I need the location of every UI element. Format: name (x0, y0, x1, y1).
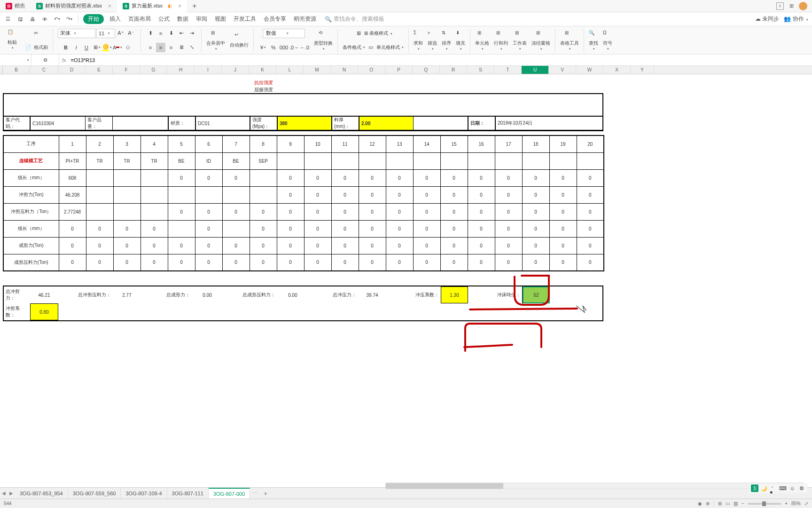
reader-view-icon[interactable]: ▥ (734, 501, 738, 506)
data-cell[interactable] (277, 152, 304, 169)
data-cell[interactable]: 0 (549, 169, 577, 186)
data-cell[interactable]: 0 (250, 254, 277, 271)
fill-color-button[interactable]: 🟡▾ (102, 43, 112, 52)
data-cell[interactable]: 0 (277, 169, 304, 186)
data-cell[interactable]: 0 (386, 237, 413, 254)
data-cell[interactable]: 2.77248 (59, 203, 86, 220)
align-bottom-icon[interactable]: ⬇ (166, 29, 176, 38)
fill-button[interactable]: ⬇填充▾ (454, 29, 467, 52)
data-cell[interactable] (331, 152, 359, 169)
data-cell[interactable]: ID (195, 152, 222, 169)
data-cell[interactable]: 0 (440, 237, 468, 254)
italic-button[interactable]: I (71, 43, 81, 52)
data-cell[interactable]: 0 (304, 220, 331, 237)
find-button[interactable]: 🔍查找▾ (587, 29, 600, 52)
data-cell[interactable]: 19 (549, 135, 577, 152)
data-cell[interactable]: 0 (386, 254, 413, 271)
data-cell[interactable]: 0 (468, 186, 495, 203)
paste-button[interactable]: 📋粘贴▾ (6, 28, 19, 51)
menu-insert[interactable]: 插入 (108, 15, 123, 23)
data-cell[interactable]: 0 (304, 169, 331, 186)
data-cell[interactable]: 0 (522, 203, 549, 220)
data-cell[interactable]: 0 (86, 237, 113, 254)
data-cell[interactable]: 0 (222, 237, 250, 254)
data-cell[interactable] (549, 152, 577, 169)
clear-format-icon[interactable]: ◇ (123, 43, 133, 52)
data-cell[interactable]: 0 (86, 254, 113, 271)
data-cell[interactable]: 46.208 (59, 186, 86, 203)
currency-icon[interactable]: ¥▾ (258, 43, 268, 52)
data-cell[interactable]: 17 (495, 135, 522, 152)
data-cell[interactable] (250, 186, 277, 203)
data-cell[interactable] (141, 169, 168, 186)
data-cell[interactable]: 0 (277, 203, 304, 220)
data-cell[interactable]: 7 (222, 135, 250, 152)
data-cell[interactable]: 0 (304, 186, 331, 203)
data-cell[interactable]: 0 (113, 254, 141, 271)
data-cell[interactable]: BE (222, 152, 250, 169)
data-cell[interactable] (86, 203, 113, 220)
view-icon-1[interactable]: ◉ (698, 501, 702, 506)
close-icon[interactable]: × (178, 3, 181, 9)
data-cell[interactable]: 0 (440, 186, 468, 203)
more-sheets-icon[interactable]: ⋯ (250, 490, 261, 496)
indent-inc-icon[interactable]: ⇥ (187, 29, 196, 38)
data-cell[interactable]: 0 (168, 237, 195, 254)
data-cell[interactable]: 0 (359, 169, 386, 186)
comma-icon[interactable]: ，● (770, 484, 777, 492)
name-box[interactable] (0, 57, 24, 63)
horizontal-scrollbar[interactable] (385, 483, 804, 489)
column-header[interactable]: K (249, 66, 276, 74)
data-cell[interactable]: 0 (277, 254, 304, 271)
data-cell[interactable]: 12 (359, 135, 386, 152)
data-cell[interactable]: TR (113, 152, 141, 169)
data-cell[interactable]: 0 (168, 169, 195, 186)
data-cell[interactable]: 0 (195, 203, 222, 220)
data-cell[interactable] (168, 220, 195, 237)
data-cell[interactable]: 0 (522, 237, 549, 254)
data-cell[interactable]: 4 (141, 135, 168, 152)
page-view-icon[interactable]: ▭ (726, 501, 730, 506)
data-cell[interactable]: 0 (359, 254, 386, 271)
column-header[interactable]: L (276, 66, 304, 74)
preview-icon[interactable]: 👁 (40, 15, 49, 24)
data-cell[interactable] (577, 152, 604, 169)
avatar[interactable] (799, 2, 807, 10)
align-center-icon[interactable]: ≡ (156, 43, 165, 52)
rowcol-button[interactable]: ⊞行和列▾ (492, 29, 510, 52)
table-format-button[interactable]: ⊞ 表格样式 ▾ (364, 30, 392, 37)
orientation-icon[interactable]: ⤡ (187, 43, 196, 52)
indent-dec-icon[interactable]: ⇤ (177, 29, 186, 38)
data-cell[interactable]: 0 (468, 237, 495, 254)
data-cell[interactable] (522, 152, 549, 169)
data-cell[interactable]: 0 (359, 220, 386, 237)
data-cell[interactable]: 0 (195, 254, 222, 271)
print-icon[interactable]: 🖶 (28, 15, 37, 24)
data-cell[interactable]: 0 (222, 254, 250, 271)
data-cell[interactable]: 0 (522, 169, 549, 186)
column-header[interactable]: G (140, 66, 167, 74)
data-cell[interactable]: 0 (440, 254, 468, 271)
column-header[interactable]: B (3, 66, 30, 74)
zoom-slider[interactable] (748, 503, 781, 505)
data-cell[interactable] (250, 169, 277, 186)
data-cell[interactable]: 5 (168, 135, 195, 152)
column-header[interactable]: T (494, 66, 522, 74)
moon-icon[interactable]: 🌙 (760, 484, 768, 492)
data-cell[interactable]: 0 (577, 203, 604, 220)
data-cell[interactable]: 0 (113, 237, 141, 254)
data-cell[interactable] (304, 152, 331, 169)
data-cell[interactable]: 608 (59, 169, 86, 186)
data-cell[interactable]: 0 (468, 203, 495, 220)
data-cell[interactable]: 0 (522, 186, 549, 203)
data-cell[interactable]: 0 (495, 237, 522, 254)
data-cell[interactable]: 0 (468, 254, 495, 271)
data-cell[interactable]: 0 (413, 220, 440, 237)
view-icon-2[interactable]: ⊕ (706, 501, 710, 506)
data-cell[interactable]: 0 (141, 237, 168, 254)
data-cell[interactable]: 0 (331, 254, 359, 271)
collab-button[interactable]: 👥 协作 ▾ (784, 15, 808, 23)
symbol-button[interactable]: Ω符号▾ (601, 29, 614, 52)
data-cell[interactable]: 0 (386, 203, 413, 220)
data-cell[interactable]: 0 (468, 220, 495, 237)
